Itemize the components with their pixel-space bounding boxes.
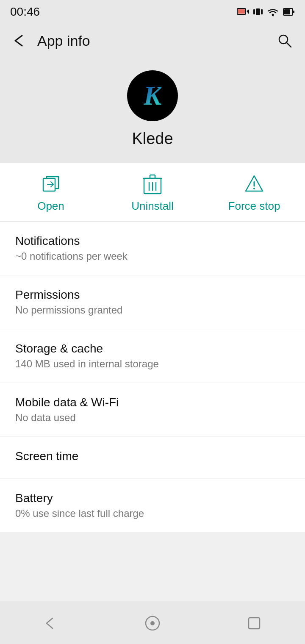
svg-rect-4	[261, 9, 263, 14]
app-icon-letter: K	[144, 80, 162, 111]
screen-time-title: Screen time	[15, 450, 290, 463]
uninstall-button[interactable]: Uninstall	[114, 173, 191, 213]
storage-item[interactable]: Storage & cache 140 MB used in internal …	[0, 329, 305, 383]
mobile-data-title: Mobile data & Wi-Fi	[15, 396, 290, 409]
storage-title: Storage & cache	[15, 342, 290, 355]
battery-title: Battery	[15, 491, 290, 505]
svg-rect-3	[253, 9, 255, 14]
open-icon	[40, 173, 62, 195]
search-button[interactable]	[273, 29, 297, 53]
back-nav-button[interactable]	[34, 606, 68, 640]
status-bar: 00:46	[0, 0, 305, 24]
permissions-title: Permissions	[15, 288, 290, 302]
app-header: K Klede	[0, 58, 305, 163]
uninstall-icon	[141, 173, 164, 195]
svg-rect-2	[256, 8, 260, 15]
svg-rect-1	[238, 9, 245, 14]
force-stop-label: Force stop	[228, 200, 280, 213]
screen-time-item[interactable]: Screen time	[0, 437, 305, 479]
top-bar: App info	[0, 24, 305, 58]
svg-point-5	[272, 14, 274, 16]
svg-rect-8	[293, 11, 294, 13]
recents-nav-button[interactable]	[237, 606, 271, 640]
bottom-nav	[0, 602, 305, 644]
permissions-subtitle: No permissions granted	[15, 304, 290, 316]
mobile-data-subtitle: No data used	[15, 412, 290, 424]
app-icon: K	[127, 70, 178, 121]
battery-icon	[283, 7, 295, 17]
battery-item[interactable]: Battery 0% use since last full charge	[0, 479, 305, 533]
mobile-data-item[interactable]: Mobile data & Wi-Fi No data used	[0, 383, 305, 437]
content-area: Open Uninstall	[0, 163, 305, 575]
status-time: 00:46	[10, 5, 40, 19]
app-name: Klede	[132, 130, 173, 148]
uninstall-label: Uninstall	[131, 200, 174, 213]
storage-subtitle: 140 MB used in internal storage	[15, 358, 290, 370]
vibrate-icon	[253, 7, 263, 17]
action-row: Open Uninstall	[0, 163, 305, 222]
svg-line-10	[286, 42, 291, 47]
notifications-title: Notifications	[15, 234, 290, 248]
cast-icon	[237, 7, 249, 17]
permissions-item[interactable]: Permissions No permissions granted	[0, 275, 305, 329]
notifications-item[interactable]: Notifications ~0 notifications per week	[0, 222, 305, 275]
force-stop-button[interactable]: Force stop	[216, 173, 292, 213]
wifi-icon	[267, 7, 279, 17]
force-stop-icon	[243, 173, 265, 195]
svg-rect-24	[249, 618, 260, 629]
status-icons	[237, 7, 295, 17]
settings-list: Notifications ~0 notifications per week …	[0, 222, 305, 533]
open-label: Open	[37, 200, 64, 213]
open-button[interactable]: Open	[13, 173, 89, 213]
home-nav-button[interactable]	[136, 606, 169, 640]
svg-rect-7	[284, 9, 290, 14]
back-button[interactable]	[8, 29, 32, 53]
svg-point-23	[150, 621, 155, 625]
notifications-subtitle: ~0 notifications per week	[15, 250, 290, 262]
battery-subtitle: 0% use since last full charge	[15, 508, 290, 519]
page-title: App info	[32, 33, 273, 49]
svg-point-21	[253, 188, 255, 189]
